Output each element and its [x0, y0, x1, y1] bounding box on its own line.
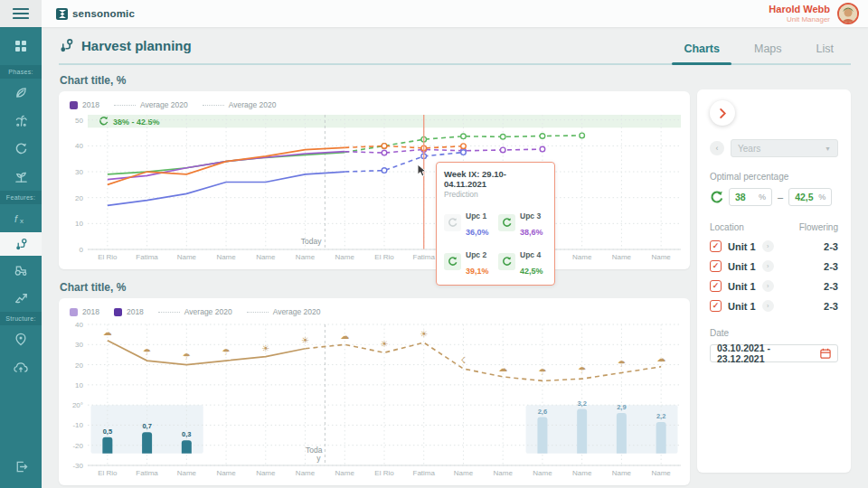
optimal-max-field[interactable]: %: [788, 188, 832, 206]
x-axis-label: El Rio: [98, 253, 118, 261]
sidebar-item-locations[interactable]: [0, 325, 42, 353]
x-axis-label: Fatima: [413, 469, 436, 477]
years-select[interactable]: Years ▼: [731, 139, 838, 157]
weather-yield-chart: 4030201020°-10-20-30Today0,50,70,32,63,2…: [64, 319, 684, 480]
bar: [182, 440, 192, 453]
expand-unit-button[interactable]: ›: [762, 240, 774, 252]
sidebar-item-sprout[interactable]: [0, 163, 42, 191]
x-axis-label: Name: [612, 469, 632, 477]
bar: [577, 409, 587, 454]
data-point: [382, 150, 387, 155]
user-menu[interactable]: Harold Webb Unit Manager: [769, 3, 868, 24]
unit-checkbox[interactable]: ✓: [710, 240, 722, 252]
tab-charts[interactable]: Charts: [666, 42, 737, 63]
rain-weather-icon: ☂: [143, 347, 151, 357]
tab-list[interactable]: List: [799, 42, 851, 63]
bar-value-label: 0,7: [142, 422, 151, 430]
sidebar-item-leaf[interactable]: [0, 79, 42, 107]
sidebar-item-analytics[interactable]: [0, 284, 42, 312]
sun-weather-icon: ☀: [381, 339, 389, 349]
x-axis-label: Name: [612, 253, 632, 261]
tooltip-item-upc4: Upc 442,5%: [498, 245, 547, 277]
optimal-band-label: 38% - 42.5%: [113, 117, 160, 127]
bar-value-label: 3,2: [577, 399, 586, 408]
avatar[interactable]: [837, 3, 859, 24]
chart-card-1: 2018Average 2020Average 2020 38% - 42.5%…: [59, 91, 690, 269]
legend-square-swatch: [70, 308, 78, 316]
flowering-header: Flowering: [799, 222, 838, 232]
optimal-min-input[interactable]: [735, 192, 759, 202]
location-row: ✓ Unit 1 › 2-3: [710, 300, 838, 312]
optimal-max-input[interactable]: [795, 192, 818, 202]
cloud-weather-icon: ☁: [103, 327, 112, 337]
bar: [102, 437, 112, 454]
series-weather-trend-dashed: [306, 343, 662, 380]
tooltip-item-upc1: Upc 136,0%: [444, 206, 493, 239]
tooltip-item-upc3: Upc 338,6%: [498, 206, 547, 239]
legend-item: Average 2020: [158, 307, 232, 316]
chart-up-icon: [14, 291, 28, 305]
bar-value-label: 2,2: [656, 412, 665, 420]
tooltip-title: Week IX: 29.10-04.11.2021: [444, 169, 547, 189]
cloud-weather-icon: ☁: [340, 331, 349, 341]
optimal-min-field[interactable]: %: [729, 188, 772, 206]
user-name: Harold Webb: [769, 4, 830, 15]
percent-unit: %: [818, 192, 826, 202]
sidebar-item-cloud-upload[interactable]: [0, 353, 42, 381]
page-title: Harvest planning: [81, 38, 192, 53]
harvest-planning-title-icon: [59, 38, 74, 53]
tab-maps[interactable]: Maps: [737, 42, 799, 63]
location-pin-icon: [14, 333, 27, 346]
svg-text:20: 20: [75, 194, 83, 202]
chevron-left-button[interactable]: ‹: [710, 141, 724, 155]
harvest-planning-icon: [14, 238, 28, 251]
x-axis-label: Name: [454, 469, 474, 477]
svg-text:30: 30: [75, 168, 83, 176]
tooltip-item-upc2: Upc 239,1%: [444, 245, 493, 277]
sidebar-item-functions[interactable]: fx: [0, 204, 42, 232]
hamburger-menu-button[interactable]: [0, 0, 42, 27]
x-axis-label: Name: [296, 469, 316, 477]
sidebar-item-tractor[interactable]: [0, 256, 42, 284]
chart-tooltip: Week IX: 29.10-04.11.2021 Prediction Upc…: [436, 162, 555, 286]
range-separator: –: [778, 192, 783, 202]
bar-value-label: 2,6: [538, 408, 547, 416]
rain-weather-icon: ☂: [222, 347, 231, 357]
years-select-value: Years: [738, 144, 760, 154]
functions-icon: fx: [14, 212, 28, 225]
sidebar-item-logout[interactable]: [0, 453, 42, 481]
sidebar-spacer: [0, 381, 42, 453]
date-range-field[interactable]: 03.10.2021 - 23.12.2021: [710, 344, 838, 362]
svg-text:y: y: [316, 454, 321, 463]
storm-weather-icon: ☇: [461, 355, 467, 365]
x-axis-label: Name: [494, 469, 514, 477]
sidebar-item-palm[interactable]: [0, 107, 42, 135]
flowering-value: 2-3: [824, 261, 838, 272]
expand-unit-button[interactable]: ›: [762, 300, 774, 312]
sidebar-section-features: Features:: [0, 191, 42, 204]
x-axis-label: Name: [651, 469, 671, 477]
percent-unit: %: [759, 192, 766, 202]
data-point: [500, 135, 505, 140]
unit-checkbox[interactable]: ✓: [710, 260, 722, 272]
x-axis-label: Name: [533, 469, 552, 477]
sidebar-item-harvest-planning[interactable]: [0, 232, 42, 256]
growth-cycle-icon: [444, 214, 461, 231]
svg-text:0: 0: [80, 246, 84, 254]
chart-title-2: Chart title, %: [60, 281, 690, 294]
unit-checkbox[interactable]: ✓: [710, 280, 722, 292]
unit-checkbox[interactable]: ✓: [710, 300, 722, 312]
location-row: ✓ Unit 1 › 2-3: [710, 260, 838, 272]
cycle-icon: [14, 142, 28, 155]
svg-text:20: 20: [75, 361, 83, 370]
x-axis-label: Name: [572, 469, 592, 477]
rain-weather-icon: ☂: [618, 359, 626, 369]
collapse-panel-button[interactable]: [710, 100, 735, 126]
svg-text:x: x: [20, 217, 24, 225]
expand-unit-button[interactable]: ›: [762, 260, 774, 272]
sidebar-item-dashboard[interactable]: [0, 27, 42, 65]
expand-unit-button[interactable]: ›: [762, 280, 774, 292]
x-axis-label: Name: [651, 253, 671, 261]
sidebar-item-cycle[interactable]: [0, 135, 42, 163]
data-point: [461, 134, 467, 139]
